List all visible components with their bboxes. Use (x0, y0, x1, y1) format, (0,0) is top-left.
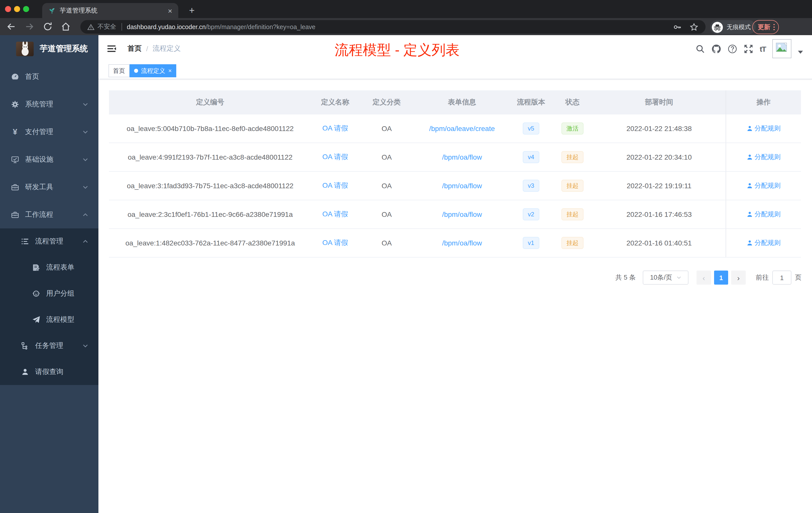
github-icon[interactable] (712, 44, 721, 54)
goto-page-input[interactable] (772, 271, 791, 284)
user-menu-caret-icon[interactable] (798, 51, 803, 54)
definition-name-link[interactable]: OA 请假 (322, 124, 348, 132)
forward-icon[interactable] (25, 22, 35, 32)
assign-rule-label: 分配规则 (754, 210, 781, 219)
fullscreen-icon[interactable] (744, 44, 753, 54)
sidebar-item-workflow[interactable]: 工作流程 (0, 201, 98, 229)
flow-list-icon (21, 237, 29, 245)
page-size-select[interactable]: 10条/页 (643, 271, 689, 284)
version-badge: v4 (523, 151, 539, 163)
tab-title: 芋道管理系统 (60, 6, 168, 15)
breadcrumb-home-link[interactable]: 首页 (127, 44, 142, 53)
toolbox-icon (11, 183, 19, 191)
update-label: 更新 (758, 23, 770, 31)
sidebar-item-leave-query[interactable]: 请假查询 (0, 359, 98, 385)
current-page-button[interactable]: 1 (714, 271, 728, 284)
sidebar-item-home[interactable]: 首页 (0, 63, 98, 90)
chevron-down-icon (82, 101, 88, 107)
sidebar-item-label: 支付管理 (25, 127, 82, 136)
column-header: 状态 (552, 98, 592, 107)
active-dot (134, 69, 138, 73)
form-link[interactable]: /bpm/oa/flow (442, 182, 482, 190)
browser-tab[interactable]: 芋道管理系统 × (42, 3, 178, 18)
deploy-time: 2022-01-22 19:19:11 (592, 182, 726, 190)
search-icon[interactable] (696, 44, 705, 54)
incognito-badge: 无痕模式 (710, 20, 756, 34)
form-link[interactable]: /bpm/oa/flow (442, 210, 482, 218)
window-minimize-button[interactable] (14, 6, 20, 12)
form-link[interactable]: /bpm/oa/flow (442, 239, 482, 247)
sidebar-item-process-model[interactable]: 流程模型 (0, 307, 98, 333)
next-page-button[interactable]: › (731, 271, 746, 284)
table-row: oa_leave:5:004b710b-7b8a-11ec-8ef0-acde4… (109, 115, 801, 143)
font-size-icon[interactable]: tT (760, 44, 766, 53)
chevron-down-icon (82, 184, 88, 190)
breadcrumb-current: 流程定义 (153, 44, 181, 53)
window-zoom-button[interactable] (23, 6, 29, 12)
definition-name-link[interactable]: OA 请假 (322, 153, 348, 161)
assign-rule-link[interactable]: 分配规则 (747, 210, 781, 219)
address-divider (121, 23, 122, 31)
user-icon (747, 125, 753, 131)
user-icon (747, 211, 753, 217)
definition-category: OA (359, 210, 414, 218)
sidebar-item-label: 任务管理 (35, 341, 82, 350)
sidebar-item-label: 系统管理 (25, 100, 82, 109)
sidebar-item-payment[interactable]: ¥ 支付管理 (0, 118, 98, 146)
assign-rule-link[interactable]: 分配规则 (747, 124, 781, 133)
version-badge: v2 (523, 208, 539, 220)
tag-close-icon[interactable]: × (168, 68, 172, 74)
column-header: 流程版本 (510, 98, 552, 107)
sidebar-logo: 芋道管理系统 (0, 35, 98, 63)
sidebar-item-process-form[interactable]: 流程表单 (0, 254, 98, 280)
task-tree-icon (21, 342, 29, 350)
briefcase-icon (11, 211, 19, 219)
version-badge: v1 (523, 237, 539, 249)
sidebar-item-label: 流程管理 (35, 237, 82, 246)
browser-menu-icon[interactable] (773, 24, 775, 30)
assign-rule-link[interactable]: 分配规则 (747, 153, 781, 162)
window-close-button[interactable] (5, 6, 11, 12)
dashboard-icon (11, 72, 19, 81)
back-icon[interactable] (6, 22, 16, 32)
definition-name-link[interactable]: OA 请假 (322, 238, 348, 246)
help-icon[interactable] (728, 44, 737, 54)
form-link[interactable]: /bpm/oa/flow (442, 153, 482, 161)
total-count-label: 共 5 条 (615, 273, 636, 282)
bookmark-star-icon[interactable] (690, 22, 698, 31)
url-text: dashboard.yudao.iocoder.cn/bpm/manager/d… (127, 23, 673, 30)
reload-icon[interactable] (43, 22, 53, 32)
assign-rule-link[interactable]: 分配规则 (747, 181, 781, 190)
sidebar-item-user-group[interactable]: 用户分组 (0, 280, 98, 307)
tag-process-definition[interactable]: 流程定义 × (129, 64, 176, 77)
tab-close-icon[interactable]: × (168, 7, 172, 14)
form-icon (32, 264, 40, 272)
tag-home[interactable]: 首页 (109, 64, 129, 77)
sidebar-item-dev-tools[interactable]: 研发工具 (0, 173, 98, 201)
home-icon[interactable] (61, 22, 71, 32)
definition-name-link[interactable]: OA 请假 (322, 181, 348, 189)
sidebar-item-process-management[interactable]: 流程管理 (0, 229, 98, 254)
address-bar[interactable]: 不安全 dashboard.yudao.iocoder.cn/bpm/manag… (80, 20, 705, 34)
sidebar-item-label: 用户分组 (46, 289, 98, 298)
form-link[interactable]: /bpm/oa/leave/create (429, 124, 495, 132)
sidebar-item-label: 请假查询 (35, 367, 98, 376)
chevron-down-icon (676, 275, 681, 280)
definition-id: oa_leave:3:1fad3d93-7b75-11ec-a3c8-acde4… (109, 182, 311, 190)
new-tab-button[interactable]: + (185, 3, 199, 18)
avatar[interactable] (772, 39, 791, 58)
table-row: oa_leave:2:3c1f0ef1-76b1-11ec-9c66-a2380… (109, 200, 801, 229)
definition-name-link[interactable]: OA 请假 (322, 210, 348, 218)
sidebar-toggle-icon[interactable] (107, 44, 116, 54)
sidebar-item-label: 研发工具 (25, 182, 82, 191)
sidebar-item-system[interactable]: 系统管理 (0, 90, 98, 118)
status-badge: 挂起 (561, 237, 583, 249)
sidebar-item-task-management[interactable]: 任务管理 (0, 333, 98, 359)
assign-rule-link[interactable]: 分配规则 (747, 238, 781, 247)
prev-page-button[interactable]: ‹ (696, 271, 711, 284)
screenshot-stage: 芋道管理系统 × + 不安全 dashboard.yudao.iocoder.c… (0, 0, 812, 513)
password-key-icon[interactable] (673, 22, 682, 31)
chevron-down-icon (82, 156, 88, 162)
browser-update-button[interactable]: 更新 (752, 20, 779, 34)
sidebar-item-infrastructure[interactable]: 基础设施 (0, 146, 98, 173)
